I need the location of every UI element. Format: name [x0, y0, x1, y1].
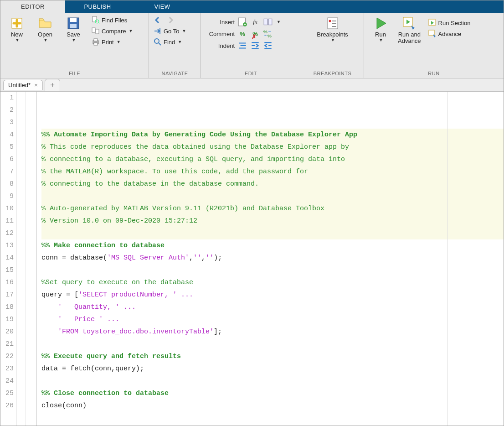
search-icon	[154, 38, 162, 46]
chevron-down-icon: ▼	[379, 38, 383, 42]
floppy-icon	[66, 16, 81, 31]
group-title-edit: EDIT	[201, 70, 301, 78]
code-line[interactable]: close(conn)	[41, 400, 504, 412]
tab-view[interactable]: VIEW	[130, 0, 195, 13]
group-title-run: RUN	[364, 70, 504, 78]
code-line[interactable]: % This code reproduces the data obtained…	[41, 141, 504, 153]
file-tab-untitled[interactable]: Untitled* ×	[3, 80, 43, 90]
chevron-down-icon: ▼	[15, 38, 20, 42]
editor: 1234567891011121314151617181920212223242…	[0, 92, 504, 426]
ribbon-group-run: Run ▼ Run and Advance Run Section Advanc…	[364, 13, 504, 78]
tab-publish[interactable]: PUBLISH	[65, 0, 130, 13]
svg-rect-9	[94, 39, 98, 41]
svg-rect-10	[94, 43, 98, 45]
insert-section-button[interactable]	[237, 17, 247, 27]
new-file-tab-button[interactable]: ＋	[45, 79, 60, 91]
run-section-button[interactable]: Run Section	[427, 18, 473, 28]
run-and-advance-button[interactable]: Run and Advance	[395, 15, 424, 45]
save-button[interactable]: Save ▼	[60, 15, 87, 43]
matlab-editor-window: EDITOR PUBLISH VIEW New ▼ Open ▼ Sav	[0, 0, 504, 426]
advance-button[interactable]: Advance	[427, 29, 473, 39]
code-line[interactable]: %% Automate Importing Data by Generating…	[41, 129, 504, 141]
line-number-gutter: 1234567891011121314151617181920212223242…	[0, 92, 17, 426]
svg-rect-4	[93, 16, 97, 22]
indent-left-button[interactable]	[263, 41, 273, 51]
code-line[interactable]: %% Close connection to database	[41, 387, 504, 400]
code-line[interactable]: % Auto-generated by MATLAB Version 9.11 …	[41, 203, 504, 215]
ribbon-group-edit: Insert fx ▼ Comment % %✗ %% Indent	[201, 13, 301, 78]
print-button[interactable]: Print ▼	[90, 37, 134, 47]
code-line[interactable]: %% Clear variables	[41, 424, 504, 426]
indent-label: Indent	[204, 42, 235, 49]
code-line[interactable]: data = fetch(conn,query);	[41, 363, 504, 375]
code-line[interactable]: % the MATLAB(R) workspace. To use this c…	[41, 166, 504, 178]
group-title-bp: BREAKPOINTS	[301, 70, 364, 78]
find-files-button[interactable]: Find Files	[90, 15, 134, 25]
svg-text:%: %	[263, 29, 267, 34]
nav-forward-button[interactable]	[165, 15, 176, 25]
folder-open-icon	[38, 16, 52, 31]
goto-button[interactable]: Go To▼	[152, 26, 188, 36]
comment-button[interactable]: %	[237, 29, 247, 39]
breakpoints-button[interactable]: Breakpoints ▼	[314, 15, 351, 43]
chevron-down-icon: ▼	[182, 29, 186, 33]
insert-var-button[interactable]	[263, 17, 273, 27]
right-margin-line	[447, 92, 447, 426]
wrap-comment-button[interactable]: %%	[263, 29, 273, 39]
svg-rect-2	[70, 18, 77, 22]
code-line[interactable]: %% Execute query and fetch results	[41, 350, 504, 363]
find-button[interactable]: Find▼	[152, 37, 188, 47]
code-line[interactable]: % connecting to the database in the data…	[41, 178, 504, 190]
insert-label: Insert	[204, 19, 235, 26]
tab-editor[interactable]: EDITOR	[0, 0, 65, 13]
code-line[interactable]: query = ['SELECT productNumber, ' ...	[41, 289, 504, 301]
breakpoints-icon	[325, 16, 340, 31]
nav-back-button[interactable]	[152, 15, 164, 25]
arrow-left-icon	[154, 16, 162, 24]
advance-icon	[428, 30, 437, 38]
play-advance-icon	[402, 16, 417, 31]
svg-rect-14	[264, 19, 267, 25]
chevron-down-icon: ▼	[117, 40, 121, 44]
chevron-down-icon: ▼	[72, 38, 76, 42]
code-area[interactable]: %% Automate Importing Data by Generating…	[37, 92, 504, 426]
code-line[interactable]: conn = database('MS SQL Server Auth','',…	[41, 252, 504, 264]
new-button[interactable]: New ▼	[3, 15, 31, 43]
code-line[interactable]: % connecting to a database, executing a …	[41, 153, 504, 166]
code-line[interactable]: ' Quantity, ' ...	[41, 301, 504, 313]
fold-gutter	[17, 92, 26, 426]
file-tabs: Untitled* × ＋	[0, 78, 504, 92]
plus-icon	[10, 16, 24, 31]
ribbon-group-breakpoints: Breakpoints ▼ BREAKPOINTS	[301, 13, 364, 78]
svg-rect-15	[268, 19, 272, 25]
open-button[interactable]: Open ▼	[31, 15, 59, 43]
ribbon-group-navigate: Go To▼ Find▼ NAVIGATE	[149, 13, 201, 78]
code-line[interactable]: 'FROM toystore_doc.dbo.inventoryTable'];	[41, 326, 504, 338]
smart-indent-button[interactable]	[237, 41, 247, 51]
code-line[interactable]: %Set query to execute on the database	[41, 276, 504, 289]
arrow-right-icon	[166, 16, 175, 24]
find-files-icon	[92, 16, 100, 24]
code-line[interactable]: % Version 10.0 on 09-Dec-2020 15:27:12	[41, 215, 504, 227]
toolstrip-tabs: EDITOR PUBLISH VIEW	[0, 0, 504, 13]
run-button[interactable]: Run ▼	[367, 15, 394, 43]
svg-point-11	[154, 39, 159, 43]
close-icon[interactable]: ×	[34, 82, 38, 88]
run-section-icon	[428, 19, 437, 27]
compare-icon	[92, 27, 100, 35]
code-line[interactable]	[41, 375, 504, 387]
code-line[interactable]	[41, 338, 504, 350]
code-line[interactable]	[41, 227, 504, 239]
indent-right-button[interactable]	[250, 41, 260, 51]
uncomment-button[interactable]: %✗	[250, 29, 260, 39]
code-line[interactable]: %% Make connection to database	[41, 239, 504, 252]
svg-text:%: %	[267, 33, 272, 38]
code-line[interactable]	[41, 264, 504, 276]
code-line[interactable]	[41, 190, 504, 203]
code-line[interactable]: ' Price ' ...	[41, 313, 504, 326]
code-line[interactable]	[41, 412, 504, 424]
insert-fx-button[interactable]: fx	[250, 17, 260, 27]
breakpoint-gutter[interactable]	[26, 92, 37, 426]
compare-button[interactable]: Compare ▼	[90, 26, 134, 36]
svg-point-19	[329, 20, 331, 22]
